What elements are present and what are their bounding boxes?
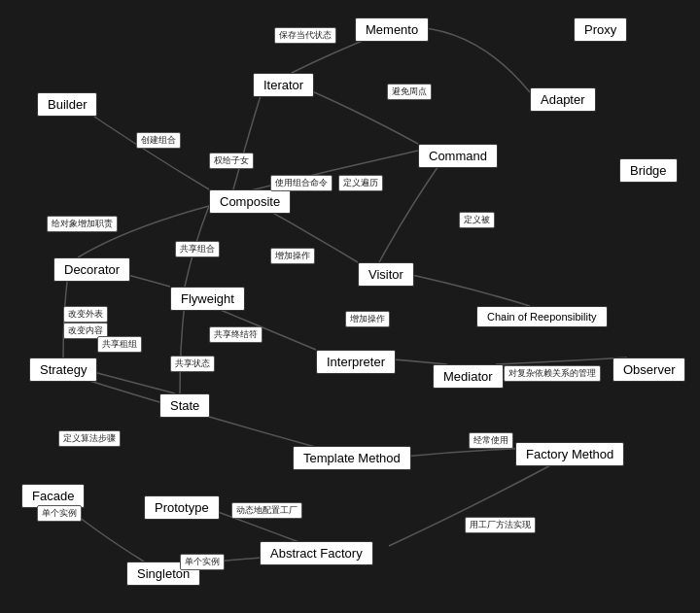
label-manage-dependency: 对复杂依赖关系的管理: [504, 365, 601, 382]
label-add-operation2: 增加操作: [345, 311, 390, 327]
node-state[interactable]: State: [159, 393, 210, 418]
label-change-appearance: 改变外表: [63, 306, 108, 323]
label-define-algorithm: 定义算法步骤: [58, 430, 121, 447]
label-add-responsibility: 给对象增加职责: [47, 216, 118, 232]
label-avoid: 避免周点: [387, 84, 432, 100]
node-abstract-factory[interactable]: Abstract Factory: [260, 541, 373, 565]
label-single-instance1: 单个实例: [37, 505, 82, 522]
node-chain[interactable]: Chain of Reeponsibility: [476, 306, 608, 327]
node-iterator[interactable]: Iterator: [253, 73, 314, 97]
label-share-state: 共享状态: [170, 356, 215, 372]
label-single-instance2: 单个实例: [180, 554, 225, 570]
node-command[interactable]: Command: [418, 144, 498, 168]
label-share-terminal: 共享终结符: [209, 326, 262, 343]
node-composite[interactable]: Composite: [209, 189, 291, 214]
label-define-traverse: 定义遍历: [338, 175, 383, 191]
label-save-state: 保存当代状态: [274, 27, 336, 44]
node-flyweight[interactable]: Flyweight: [170, 287, 245, 311]
node-observer[interactable]: Observer: [612, 358, 685, 382]
label-factory-implement: 用工厂方法实现: [465, 517, 536, 533]
node-strategy[interactable]: Strategy: [29, 358, 97, 382]
label-define-visited: 定义被: [459, 212, 495, 228]
node-mediator[interactable]: Mediator: [433, 364, 504, 389]
label-use-composite-cmd: 使用组合命令: [270, 175, 332, 191]
node-visitor[interactable]: Visitor: [358, 262, 414, 287]
label-add-operation: 增加操作: [270, 248, 315, 264]
node-decorator[interactable]: Decorator: [53, 257, 130, 282]
label-dynamic-factory: 动态地配置工厂: [231, 502, 302, 519]
label-share-group: 共享租组: [97, 336, 142, 353]
node-bridge[interactable]: Bridge: [619, 158, 678, 183]
node-template[interactable]: Template Method: [293, 446, 411, 470]
node-factory-method[interactable]: Factory Method: [515, 442, 624, 466]
node-prototype[interactable]: Prototype: [144, 495, 220, 520]
node-builder[interactable]: Builder: [37, 92, 97, 117]
label-share-composite: 共享组合: [175, 241, 220, 257]
label-often-use: 经常使用: [469, 432, 513, 449]
node-memento[interactable]: Memento: [355, 17, 429, 42]
node-proxy[interactable]: Proxy: [574, 17, 627, 42]
label-create-composite: 创建组合: [136, 132, 181, 149]
node-interpreter[interactable]: Interpreter: [316, 350, 396, 374]
node-adapter[interactable]: Adapter: [530, 87, 596, 112]
label-delegate-children: 权给子女: [209, 153, 254, 169]
